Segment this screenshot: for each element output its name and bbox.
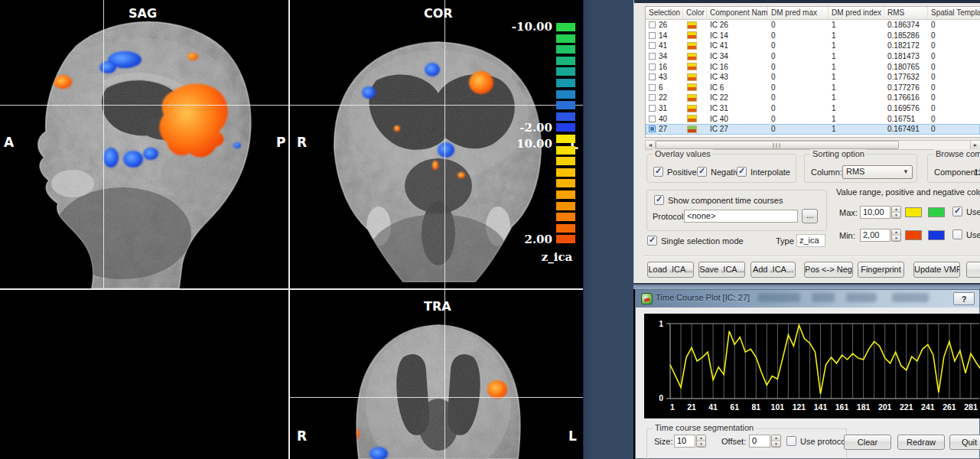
min-spinner[interactable]: ▲▼: [891, 229, 901, 242]
update-vmr-button[interactable]: Update VMR: [913, 262, 960, 278]
neg-min-color-swatch[interactable]: [928, 230, 945, 240]
pos-neg-button[interactable]: Pos <-> Neg: [804, 262, 853, 278]
offset-spinner[interactable]: ▲▼: [771, 435, 781, 448]
column-header[interactable]: Component Name: [707, 7, 768, 19]
max-spinner[interactable]: ▲▼: [891, 206, 901, 219]
use-protocol-checkbox[interactable]: Use protocol: [786, 436, 848, 446]
row-selection-checkbox[interactable]: [649, 63, 656, 70]
row-selection-checkbox[interactable]: [649, 21, 656, 28]
offset-spin-down-icon: ▼: [772, 441, 780, 448]
table-row[interactable]: 34IC 34010.1814730: [646, 51, 980, 62]
column-header[interactable]: RMS: [884, 7, 928, 19]
protocol-label: Protocol:: [653, 212, 685, 221]
scrollbar-left-arrow-icon[interactable]: ◄: [646, 141, 656, 149]
table-row[interactable]: 43IC 43010.1776320: [646, 72, 980, 83]
column-header[interactable]: DM pred index: [829, 7, 884, 19]
positive-checkbox-box[interactable]: [653, 167, 663, 177]
clear-button[interactable]: Clear: [844, 435, 891, 450]
size-input[interactable]: 10: [674, 435, 695, 448]
component-table[interactable]: SelectionColorComponent NameDM pred maxD…: [645, 6, 980, 138]
row-selection-checkbox[interactable]: [649, 84, 656, 91]
pos-max-color-swatch[interactable]: [905, 207, 922, 217]
column-header[interactable]: Spatial Template (: [928, 7, 980, 19]
size-spin-up-icon: ▲: [697, 435, 705, 441]
row-selection-checkbox[interactable]: [649, 94, 656, 101]
offset-label: Offset:: [721, 437, 746, 446]
viewport-divider-horizontal: [0, 288, 583, 290]
table-row[interactable]: 22IC 22010.1766160: [646, 93, 980, 103]
interpolate-checkbox[interactable]: Interpolate: [737, 167, 790, 177]
size-spinner[interactable]: ▲▼: [696, 435, 706, 448]
use-ic-checkbox-box[interactable]: [952, 230, 962, 239]
show-time-courses-checkbox-box[interactable]: [654, 195, 664, 205]
size-spin-down-icon: ▼: [697, 441, 705, 448]
max-value-input[interactable]: 10,00: [860, 206, 890, 219]
column-header[interactable]: Color: [683, 7, 707, 19]
single-selection-checkbox-box[interactable]: [647, 236, 657, 246]
colorbar-segment: [556, 213, 575, 221]
row-selection-checkbox[interactable]: [649, 125, 656, 132]
row-selection-checkbox[interactable]: [649, 53, 656, 60]
quit-button[interactable]: Quit: [949, 435, 980, 450]
sag-view-title: SAG: [129, 6, 157, 21]
type-value-field[interactable]: z_ica: [796, 234, 825, 247]
tra-view-canvas[interactable]: [288, 288, 583, 459]
use-lut-checkbox-box[interactable]: [952, 207, 962, 216]
load-ica-button[interactable]: Load .ICA...: [647, 262, 694, 278]
component-table-header[interactable]: SelectionColorComponent NameDM pred maxD…: [646, 7, 980, 20]
table-row[interactable]: 14IC 14010.1852860: [646, 31, 980, 41]
cut-off-button[interactable]: [966, 262, 980, 278]
column-header[interactable]: Selection: [646, 7, 683, 19]
row-selection-checkbox[interactable]: [649, 42, 656, 49]
table-row[interactable]: 16IC 16010.1807650: [646, 61, 980, 72]
table-row[interactable]: 31IC 31010.1695760: [646, 103, 980, 114]
add-ica-button[interactable]: Add .ICA...: [750, 262, 796, 278]
sag-crosshair-v[interactable]: [103, 0, 104, 288]
tcp-window-title: Time Course Plot [IC: 27]: [656, 293, 750, 302]
protocol-input[interactable]: <none>: [684, 210, 798, 223]
cor-crosshair-h[interactable]: [290, 105, 583, 106]
colorbar-segment: [556, 179, 575, 187]
column-header[interactable]: DM pred max: [768, 7, 829, 19]
row-selection-checkbox[interactable]: [649, 105, 656, 112]
help-button[interactable]: ?: [953, 292, 975, 305]
tra-crosshair-h[interactable]: [290, 397, 583, 398]
row-selection-checkbox[interactable]: [649, 73, 656, 80]
time-course-plot: 1012141618110112114116118120122124126128…: [644, 314, 980, 418]
size-label: Size:: [654, 437, 672, 446]
offset-input[interactable]: 0: [749, 435, 770, 448]
negative-checkbox-box[interactable]: [697, 167, 707, 177]
table-row[interactable]: 27IC 27010.1674910: [646, 124, 980, 135]
table-row[interactable]: 6IC 6010.1772760: [646, 83, 980, 93]
interpolate-checkbox-box[interactable]: [737, 167, 747, 177]
min-label: Min:: [839, 231, 855, 240]
row-selection-checkbox[interactable]: [649, 116, 656, 122]
row-selection-checkbox[interactable]: [649, 32, 656, 39]
protocol-browse-button[interactable]: ...: [802, 209, 818, 223]
column-dropdown[interactable]: RMS ▼: [842, 165, 913, 179]
scrollbar-thumb[interactable]: [656, 141, 899, 149]
sag-view-canvas[interactable]: [0, 0, 288, 288]
tra-crosshair-v[interactable]: [444, 290, 445, 459]
positive-checkbox[interactable]: Positive: [653, 167, 697, 177]
scrollbar-right-arrow-icon[interactable]: ►: [970, 141, 980, 149]
neg-max-color-swatch[interactable]: [928, 207, 945, 217]
svg-text:81: 81: [751, 402, 760, 412]
show-time-courses-checkbox[interactable]: Show component time courses: [654, 195, 783, 205]
colorbar-segment: [556, 101, 575, 109]
save-ica-button[interactable]: Save .ICA...: [698, 262, 745, 278]
single-selection-checkbox[interactable]: Single selection mode: [647, 236, 744, 246]
redraw-button[interactable]: Redraw: [897, 435, 945, 450]
table-row[interactable]: 26IC 26010.1863740: [646, 20, 980, 31]
pos-min-color-swatch[interactable]: [905, 230, 922, 240]
min-value-input[interactable]: 2,00: [860, 229, 890, 242]
use-lut-checkbox[interactable]: Use LUT: [952, 207, 980, 216]
table-row[interactable]: 40IC 40010.167510: [646, 113, 980, 124]
sag-crosshair-h[interactable]: [0, 105, 288, 106]
cor-crosshair-v[interactable]: [444, 0, 445, 288]
table-row[interactable]: 41IC 41010.1821720: [646, 41, 980, 51]
use-protocol-checkbox-box[interactable]: [786, 436, 796, 446]
sorting-option-title: Sorting option: [810, 149, 867, 158]
use-ic-checkbox[interactable]: Use IC: [952, 230, 980, 239]
fingerprint-button[interactable]: Fingerprint: [858, 262, 904, 278]
